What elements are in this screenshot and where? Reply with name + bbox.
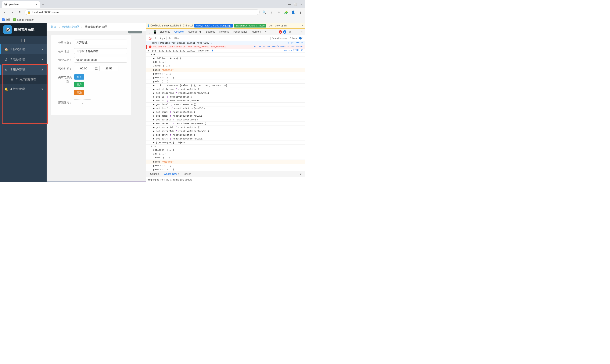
line-text-error: Failed to load resource: net::ERR_CONNEC… [153,46,252,48]
breadcrumb-cinema[interactable]: 熊猫影院管理 [62,25,79,29]
top-context-dropdown[interactable]: top ▾ [159,36,166,40]
tab-performance[interactable]: Performance [231,28,250,35]
time-start-input[interactable] [74,65,93,71]
menu-item-cinema[interactable]: 🏠 1 影院管理 ∨ [0,44,47,54]
reload-btn[interactable]: ↻ [17,9,23,15]
minimize-btn[interactable]: — [287,2,291,7]
notif-switch-btn[interactable]: Switch DevTools to Chinese [234,24,266,27]
console-get-id: ▶ get id: ƒ reactiveGetter() [146,95,305,99]
photo-label: 影院图片： [55,100,72,104]
extensions-icon[interactable]: 🧩 [283,9,289,15]
tab-title: panda-ui [9,3,34,6]
line-text-get-level: ▶ get level: ƒ reactiveGetter() [153,103,303,106]
console-prototype-0: ▶ [[Prototype]]: Object [146,141,305,144]
menu-item-user-info[interactable]: ⊞ 31 用户信息管理 [0,75,47,84]
console-filter-input[interactable] [173,37,271,40]
bookmark-icon[interactable]: ☆ [276,9,282,15]
user-icon: ⚙ [4,67,8,72]
menu-icon[interactable]: ⋮ [297,9,303,15]
close-btn[interactable]: × [299,2,303,7]
genre-tag-ouwei[interactable]: 欧美 [74,74,84,79]
eye-icon[interactable]: 👁 [167,36,172,41]
line-text-id: id: (...) [153,61,303,63]
line-text-children: ▶ children: Array(1) [153,57,303,60]
address-input[interactable] [74,48,127,54]
devtools-cursor-icon[interactable]: ⬚ [147,29,152,35]
devtools-more-icon[interactable]: ⋮ [293,29,298,35]
tab-close-btn[interactable]: × [36,3,37,6]
bottom-close-icon[interactable]: × [298,172,303,177]
clear-console-btn[interactable]: 🚫 [148,36,152,41]
menu-item-movie[interactable]: 🖨 2 电影管理 ∨ [0,54,47,65]
movie-arrow-icon: ∨ [41,58,43,61]
console-line-hmr: [HMR] Waiting for update signal from WDS… [146,41,305,45]
tab-memory[interactable]: Memory [250,28,263,35]
apps-label: 应用 [5,18,11,22]
issues-count: 1 Issue: 🔵 1 [290,37,304,39]
forward-btn[interactable]: › [9,9,15,15]
line-source-hmr[interactable]: log.js?1afd:24 [285,42,303,44]
back-btn[interactable]: ‹ [2,9,8,15]
active-tab[interactable]: 🐼 panda-ui × [2,1,40,8]
phone-input[interactable] [74,57,127,63]
settings-icon[interactable]: ⚙ [287,29,292,35]
devtools-tabs: ⬚ 📱 Elements Console Recorder ⏺ Sources … [146,28,305,35]
hours-row: 营业时间： 至 [55,65,127,71]
bookmark-spring[interactable]: S Spring Initializr [13,18,34,21]
menu-item-perm[interactable]: 🔔 4 权限管理 ∨ [0,84,47,94]
line-text-path: path: (...) [153,80,303,83]
main-content: 退出 首页 › 熊猫影院管理 › 熊猫影院信息管理 公司名称： 公司地址： [47,23,146,182]
breadcrumb-home[interactable]: 首页 [51,25,56,29]
profile-icon[interactable]: ↑ [269,9,274,15]
sidebar-toggle[interactable]: ||| [0,36,47,44]
bookmarks-apps[interactable]: ⊞ 应用 [2,18,11,22]
upload-icon: + [82,102,83,105]
app-sidebar: 🐼 影院管理系统 ||| 🏠 1 影院管理 ∨ 🖨 2 电影管理 ∨ ⚙ 3 用… [0,23,47,182]
notif-dont-show[interactable]: Don't show again [269,24,286,27]
line-text-get-name: ▶ get name: ƒ reactiveGetter() [153,111,303,113]
genre-tag-dongman[interactable]: 动漫 [74,90,84,95]
default-levels-dropdown[interactable]: Default levels ▾ [271,37,287,39]
console-children: ▶ children: Array(1) [146,56,305,60]
console-item-1: ▼ 1: [146,144,305,148]
tab-more[interactable]: » [263,28,269,35]
nav-icons: 🔍 ↑ ☆ 🧩 👤 ⋮ [261,9,303,15]
address-bar[interactable]: 🔒 localhost:8888/cinema [25,10,260,15]
line-text-get-children: ▶ get children: ƒ reactiveGetter() [153,88,303,91]
whatsnew-close-icon[interactable]: × [178,172,180,175]
profile-avatar[interactable]: 👤 [290,9,296,15]
menu-cinema-label: 1 影院管理 [10,47,41,51]
bottom-tab-whatsnew[interactable]: What's New × [162,171,182,177]
devtools-responsive-icon[interactable]: 📱 [152,29,157,35]
console-filter-btn[interactable]: ⊘ [153,36,158,41]
tab-favicon: 🐼 [4,3,8,6]
menu-perm-label: 4 权限管理 [10,87,41,91]
line-text-ob-0: ▶ __ob__: Observer {value: {…}, dep: Dep… [153,84,303,87]
maximize-btn[interactable]: ⬜ [293,2,297,7]
console-item-0: ▼ 0: [146,53,305,56]
bottom-tab-issues[interactable]: Issues [182,171,193,177]
devtools-close-icon[interactable]: × [299,29,304,35]
genre-tags: 欧美 国产 动漫 [74,74,86,96]
tab-sources[interactable]: Sources [204,28,217,35]
menu-item-user[interactable]: ⚙ 3 用户管理 ∧ [0,65,47,75]
photo-upload[interactable]: + [74,100,91,108]
genre-tag-guochan[interactable]: 国产 [74,82,84,87]
tab-recorder[interactable]: Recorder ⏺ [186,28,204,35]
bottom-tab-console[interactable]: Console [148,171,162,177]
company-name-input[interactable] [74,39,127,45]
tab-elements[interactable]: Elements [157,28,172,35]
line-source-error[interactable]: 172.18.12.248:8888/s.o?t=16527457695231 [254,46,303,48]
new-tab-btn[interactable]: + [41,2,46,7]
time-end-input[interactable] [99,65,118,71]
console-set-id: ▶ set id: ƒ reactiveSetter(newVal) [146,99,305,103]
search-icon[interactable]: 🔍 [261,9,267,15]
tab-network[interactable]: Network [217,28,231,35]
notif-close-btn[interactable]: × [301,24,303,27]
breadcrumb-header: 首页 › 熊猫影院管理 › 熊猫影院信息管理 [47,23,146,31]
bottom-issues-label: Issues [184,172,191,175]
notif-match-btn[interactable]: Always match Chrome's language [194,24,233,27]
tab-console[interactable]: Console [172,28,186,35]
array-arrow[interactable]: ▶ [148,49,150,52]
line-source-array[interactable]: Home.vue?76f2:93 [283,49,303,52]
